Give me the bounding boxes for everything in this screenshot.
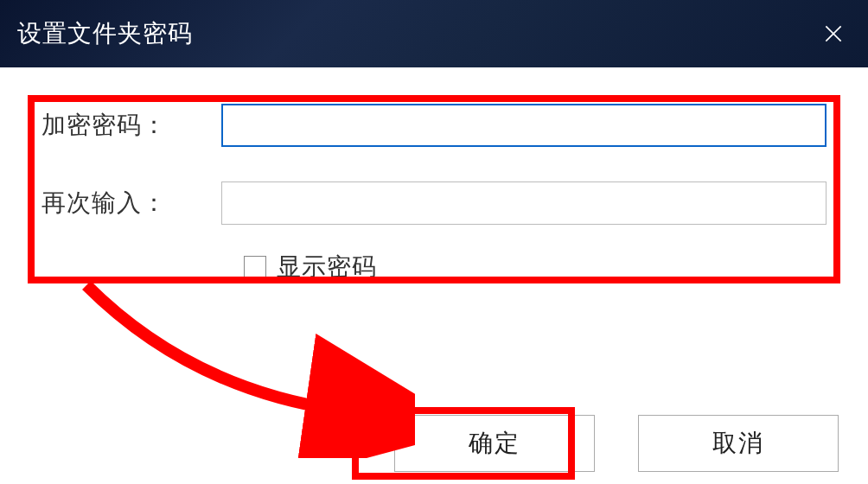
dialog-body: 加密密码： 再次输入： 显示密码: [0, 67, 868, 283]
confirm-input[interactable]: [221, 182, 827, 225]
confirm-label: 再次输入：: [41, 187, 221, 220]
form-area: 加密密码： 再次输入： 显示密码: [0, 67, 868, 283]
dialog-title: 设置文件夹密码: [17, 17, 193, 50]
titlebar: 设置文件夹密码: [0, 0, 868, 67]
close-icon: [822, 22, 845, 45]
ok-button[interactable]: 确定: [394, 415, 595, 472]
show-password-label[interactable]: 显示密码: [277, 251, 377, 283]
cancel-button[interactable]: 取消: [638, 415, 839, 472]
show-password-row: 显示密码: [244, 251, 827, 283]
confirm-row: 再次输入：: [41, 180, 827, 226]
show-password-checkbox[interactable]: [244, 256, 266, 278]
password-input[interactable]: [221, 104, 827, 147]
password-label: 加密密码：: [41, 109, 221, 142]
annotation-arrow: [52, 259, 415, 458]
button-row: 确定 取消: [394, 415, 839, 472]
close-button[interactable]: [816, 16, 851, 51]
password-row: 加密密码：: [41, 102, 827, 149]
